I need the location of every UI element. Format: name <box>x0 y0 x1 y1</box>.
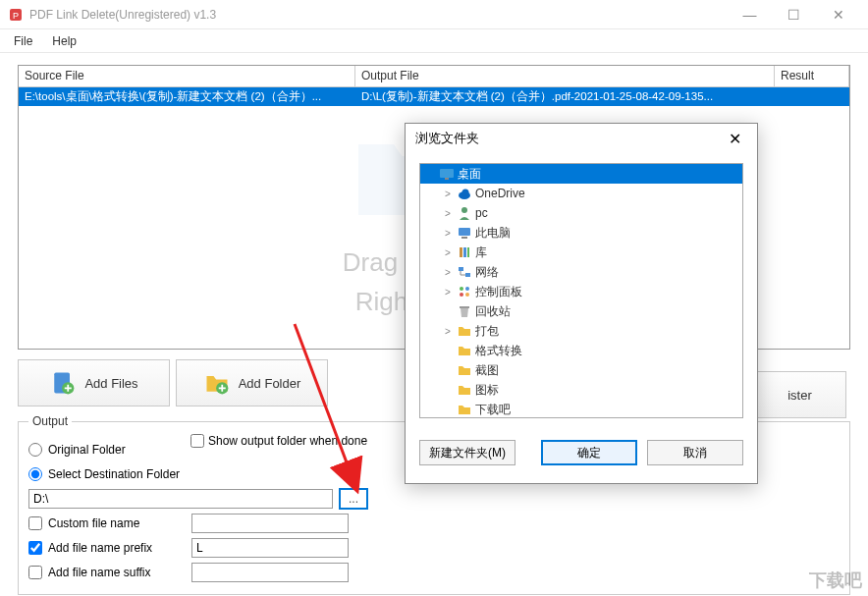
expand-icon[interactable] <box>424 169 436 180</box>
expand-icon[interactable]: > <box>442 208 454 219</box>
table-row[interactable]: E:\tools\桌面\格式转换\(复制)-新建文本文档 (2)（合并）... … <box>19 87 849 106</box>
site-watermark: 下载吧 <box>809 569 862 592</box>
prefix-input[interactable] <box>191 538 349 558</box>
tree-item[interactable]: 桌面 <box>420 164 742 184</box>
svg-rect-12 <box>460 247 462 257</box>
add-folder-button[interactable]: Add Folder <box>176 359 328 406</box>
tree-item-label: 格式转换 <box>475 343 522 359</box>
folder-icon <box>457 362 472 378</box>
prefix-checkbox[interactable] <box>28 541 42 555</box>
tree-item-label: 控制面板 <box>475 284 522 300</box>
desktop-icon <box>439 166 455 182</box>
prefix-label: Add file name prefix <box>48 541 186 555</box>
net-icon <box>457 264 472 280</box>
browse-folder-dialog: 浏览文件夹 ✕ 桌面>OneDrive>pc>此电脑>库>网络>控制面板 回收站… <box>405 123 758 484</box>
svg-rect-21 <box>460 306 469 308</box>
tree-item[interactable]: >库 <box>420 243 742 262</box>
original-folder-label: Original Folder <box>48 443 126 457</box>
expand-icon[interactable] <box>442 365 454 376</box>
menu-help[interactable]: Help <box>42 30 86 52</box>
svg-rect-11 <box>461 237 467 239</box>
expand-icon[interactable] <box>442 306 454 317</box>
custom-name-label: Custom file name <box>48 516 186 530</box>
svg-point-19 <box>460 293 463 297</box>
tree-item-label: 桌面 <box>458 166 481 183</box>
tree-item[interactable]: >OneDrive <box>420 184 742 203</box>
expand-icon[interactable]: > <box>442 247 454 258</box>
show-done-label: Show output folder when done <box>208 434 367 448</box>
svg-rect-6 <box>445 178 449 180</box>
original-folder-radio[interactable] <box>28 443 42 457</box>
minimize-button[interactable]: — <box>728 0 772 29</box>
header-output[interactable]: Output File <box>355 66 775 86</box>
tree-item-label: 库 <box>475 244 487 261</box>
title-bar: P PDF Link Delete(Unregistered) v1.3 — ☐… <box>0 0 868 29</box>
folder-tree[interactable]: 桌面>OneDrive>pc>此电脑>库>网络>控制面板 回收站>打包 格式转换… <box>419 163 743 418</box>
dest-path-input[interactable] <box>28 489 333 509</box>
tree-item[interactable]: >控制面板 <box>420 282 742 301</box>
expand-icon[interactable] <box>442 405 454 415</box>
expand-icon[interactable]: > <box>442 326 454 337</box>
custom-name-checkbox[interactable] <box>28 516 42 530</box>
cell-output: D:\L(复制)-新建文本文档 (2)（合并）.pdf-2021-01-25-0… <box>355 87 775 106</box>
menu-file[interactable]: File <box>4 30 42 52</box>
expand-icon[interactable]: > <box>442 287 454 298</box>
select-dest-label: Select Destination Folder <box>48 467 180 481</box>
add-files-button[interactable]: Add Files <box>18 359 170 406</box>
browse-button[interactable]: ... <box>339 488 368 510</box>
maximize-button[interactable]: ☐ <box>772 0 816 29</box>
output-legend: Output <box>28 414 72 428</box>
svg-rect-5 <box>440 169 454 178</box>
suffix-checkbox[interactable] <box>28 566 42 579</box>
dialog-title-text: 浏览文件夹 <box>415 130 479 147</box>
panel-icon <box>457 284 472 299</box>
folder-icon <box>457 323 472 339</box>
folder-icon <box>457 382 472 398</box>
tree-item-label: 图标 <box>475 382 499 399</box>
tree-item-label: 打包 <box>475 323 499 340</box>
add-files-icon <box>49 369 77 397</box>
cloud-icon <box>457 186 472 201</box>
dialog-close-button[interactable]: ✕ <box>723 130 747 148</box>
cell-result <box>775 87 849 106</box>
svg-rect-13 <box>463 247 466 257</box>
expand-icon[interactable]: > <box>442 189 454 199</box>
show-done-checkbox[interactable] <box>190 434 204 448</box>
svg-rect-15 <box>459 267 463 271</box>
cancel-button[interactable]: 取消 <box>647 440 743 465</box>
pc-icon <box>457 225 472 241</box>
select-dest-radio[interactable] <box>28 467 42 481</box>
custom-name-input[interactable] <box>191 514 349 533</box>
expand-icon[interactable]: > <box>442 267 454 278</box>
folder-icon <box>457 402 472 417</box>
tree-item[interactable]: 格式转换 <box>420 341 742 360</box>
svg-text:P: P <box>13 11 19 21</box>
register-button[interactable]: ister <box>753 371 846 418</box>
ok-button[interactable]: 确定 <box>541 440 637 465</box>
new-folder-button[interactable]: 新建文件夹(M) <box>419 440 515 465</box>
header-source[interactable]: Source File <box>19 66 355 86</box>
tree-item-label: 回收站 <box>475 303 511 320</box>
tree-item[interactable]: >网络 <box>420 262 742 282</box>
tree-item[interactable]: >打包 <box>420 321 742 341</box>
suffix-input[interactable] <box>191 563 349 582</box>
tree-item-label: pc <box>475 206 488 220</box>
expand-icon[interactable] <box>442 385 454 396</box>
dialog-buttons: 新建文件夹(M) 确定 取消 <box>406 428 757 483</box>
tree-item[interactable]: 下载吧 <box>420 400 742 418</box>
tree-item-label: OneDrive <box>475 187 525 200</box>
svg-point-18 <box>465 287 469 291</box>
tree-item[interactable]: >pc <box>420 203 742 223</box>
header-result[interactable]: Result <box>775 66 849 86</box>
tree-item[interactable]: 图标 <box>420 380 742 400</box>
tree-item[interactable]: >此电脑 <box>420 223 742 243</box>
add-folder-icon <box>203 369 231 397</box>
tree-item-label: 网络 <box>475 264 499 281</box>
tree-item[interactable]: 回收站 <box>420 301 742 321</box>
close-button[interactable]: ✕ <box>816 0 860 29</box>
expand-icon[interactable] <box>442 346 454 356</box>
expand-icon[interactable]: > <box>442 228 454 239</box>
tree-item[interactable]: 截图 <box>420 360 742 380</box>
svg-point-20 <box>465 293 469 297</box>
window-title: PDF Link Delete(Unregistered) v1.3 <box>29 8 728 22</box>
